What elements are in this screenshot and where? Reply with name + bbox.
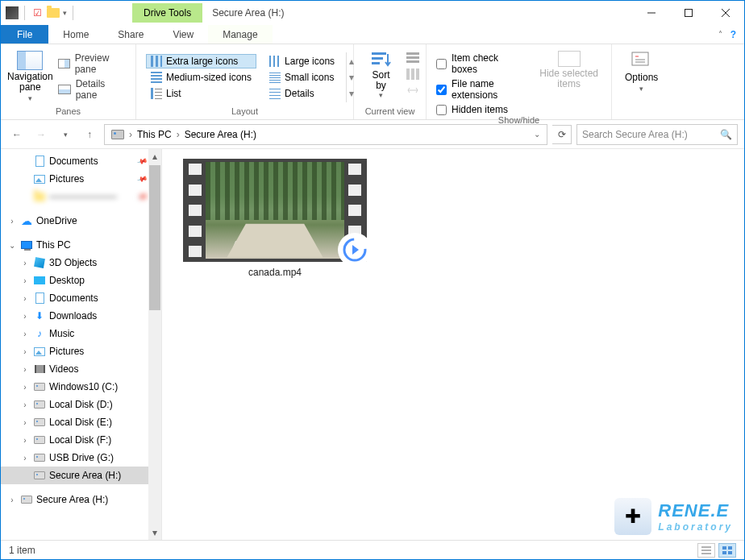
ribbon-collapse-icon[interactable]: ˄	[718, 30, 722, 39]
sortby-icon	[370, 51, 393, 70]
status-item-count: 1 item	[9, 545, 35, 556]
search-icon: 🔍	[720, 129, 732, 140]
large-icons-icon	[269, 56, 281, 67]
details-pane-button[interactable]: Details pane	[58, 78, 129, 101]
navigation-tree[interactable]: Documents Pictures ——————— ›☁OneDrive ⌄T…	[1, 149, 162, 540]
tab-manage[interactable]: Manage	[208, 25, 272, 44]
tree-drive-g[interactable]: ›USB Drive (G:)	[1, 449, 161, 467]
svg-rect-4	[372, 52, 386, 55]
file-name-extensions-checkbox	[436, 85, 447, 95]
tree-pictures[interactable]: ›Pictures	[1, 342, 161, 360]
nav-up-button[interactable]: ↑	[80, 125, 99, 144]
tree-drive-h-root[interactable]: ›Secure Area (H:)	[1, 491, 161, 508]
ribbon: Navigationpane ▾ Preview pane Details pa…	[1, 44, 744, 120]
video-thumbnail: AM	[183, 159, 367, 262]
tree-drive-c[interactable]: ›Windows10 (C:)	[1, 378, 161, 396]
tree-quick-pictures[interactable]: Pictures	[1, 170, 161, 188]
search-input[interactable]: Search Secure Area (H:) 🔍	[576, 124, 738, 145]
hidden-items[interactable]: Hidden items	[436, 104, 525, 115]
layout-small-icons[interactable]: Small icons	[264, 70, 339, 85]
tree-music[interactable]: ›♪Music	[1, 325, 161, 342]
svg-rect-21	[722, 546, 726, 550]
svg-rect-8	[406, 56, 419, 59]
layout-details[interactable]: Details	[264, 86, 339, 101]
file-item-canada[interactable]: AM canada.mp4	[178, 159, 372, 278]
tree-desktop[interactable]: ›Desktop	[1, 272, 161, 289]
item-check-boxes[interactable]: Item check boxes	[436, 52, 525, 75]
breadcrumb-location[interactable]: Secure Area (H:)	[181, 127, 260, 142]
tree-downloads[interactable]: ›⬇Downloads	[1, 307, 161, 325]
file-name-extensions[interactable]: File name extensions	[436, 78, 525, 101]
preview-pane-button[interactable]: Preview pane	[58, 52, 129, 75]
tree-onedrive[interactable]: ›☁OneDrive	[1, 212, 161, 230]
tree-3dobjects[interactable]: ›3D Objects	[1, 254, 161, 272]
layout-list[interactable]: List	[146, 86, 256, 101]
breadcrumb[interactable]: This PC Secure Area (H:) ⌄	[104, 124, 547, 145]
qat-properties-icon[interactable]: ☑	[31, 6, 44, 19]
close-button[interactable]	[707, 1, 744, 25]
nav-recent-button[interactable]: ▾	[56, 125, 75, 144]
tree-drive-e[interactable]: ›Local Disk (E:)	[1, 413, 161, 431]
contextual-tab-drivetools[interactable]: Drive Tools	[132, 3, 202, 23]
file-name-label: canada.mp4	[248, 267, 302, 278]
svg-rect-9	[406, 60, 419, 63]
drive-icon	[111, 130, 124, 139]
play-overlay-icon	[338, 233, 372, 267]
svg-rect-7	[406, 52, 419, 55]
details-pane-icon	[58, 85, 71, 94]
svg-rect-10	[406, 68, 410, 80]
view-details-button[interactable]	[697, 543, 715, 558]
navigation-pane-button[interactable]: Navigationpane ▾	[7, 48, 53, 102]
svg-rect-24	[728, 551, 732, 554]
tree-thispc[interactable]: ⌄This PC	[1, 236, 161, 254]
tab-file[interactable]: File	[1, 25, 48, 44]
tree-drive-h[interactable]: Secure Area (H:)	[1, 467, 161, 484]
groupby-icon[interactable]	[406, 52, 419, 64]
watermark-badge-icon: ✚	[614, 498, 651, 535]
extra-large-icons-icon	[151, 56, 162, 67]
nav-back-button[interactable]: ←	[7, 125, 27, 144]
tree-drive-f[interactable]: ›Local Disk (F:)	[1, 431, 161, 449]
nav-forward-button: →	[31, 125, 51, 144]
svg-rect-23	[722, 551, 726, 554]
sizecolumns-icon[interactable]	[406, 85, 419, 96]
breadcrumb-thispc[interactable]: This PC	[134, 127, 175, 142]
refresh-button[interactable]: ⟳	[552, 125, 572, 144]
view-thumbnails-button[interactable]	[718, 543, 736, 558]
group-label-layout: Layout	[143, 106, 347, 118]
options-button[interactable]: Options ▾	[618, 48, 664, 93]
address-dropdown-icon[interactable]: ⌄	[534, 130, 540, 139]
titlebar: ☑ ▾ Drive Tools Secure Area (H:)	[1, 1, 744, 25]
navigation-pane-icon	[17, 51, 43, 70]
help-icon[interactable]: ?	[730, 29, 736, 40]
tab-home[interactable]: Home	[48, 25, 103, 44]
svg-rect-12	[416, 68, 419, 80]
addcolumns-icon[interactable]	[406, 68, 419, 80]
svg-rect-5	[372, 57, 383, 60]
layout-large-icons[interactable]: Large icons	[264, 54, 339, 68]
ribbon-tabs: File Home Share View Manage ˄ ?	[1, 25, 744, 44]
layout-extra-large-icons[interactable]: Extra large icons	[146, 54, 256, 68]
item-check-boxes-checkbox	[436, 59, 447, 69]
search-placeholder: Search Secure Area (H:)	[582, 129, 688, 140]
sortby-button[interactable]: Sortby ▾	[361, 48, 402, 99]
qat-customize-icon[interactable]: ▾	[63, 9, 67, 17]
tree-drive-d[interactable]: ›Local Disk (D:)	[1, 396, 161, 413]
medium-icons-icon	[151, 72, 162, 83]
file-list[interactable]: AM canada.mp4	[162, 149, 744, 540]
tree-scrollbar[interactable]: ▴▾	[148, 149, 161, 540]
app-icon	[6, 6, 19, 19]
hide-selected-icon	[558, 51, 581, 67]
tab-share[interactable]: Share	[103, 25, 158, 44]
tree-documents[interactable]: ›Documents	[1, 289, 161, 307]
tree-quick-documents[interactable]: Documents	[1, 152, 161, 170]
tree-quick-hidden[interactable]: ———————	[1, 188, 161, 205]
minimize-button[interactable]	[633, 1, 670, 25]
tree-videos[interactable]: ›Videos	[1, 360, 161, 378]
layout-medium-icons[interactable]: Medium-sized icons	[146, 70, 256, 85]
watermark-logo: ✚ RENE.ELaboratory	[614, 498, 733, 535]
maximize-button[interactable]	[670, 1, 707, 25]
qat-newfolder-icon[interactable]	[47, 6, 60, 19]
list-icon	[151, 88, 162, 99]
tab-view[interactable]: View	[158, 25, 208, 44]
